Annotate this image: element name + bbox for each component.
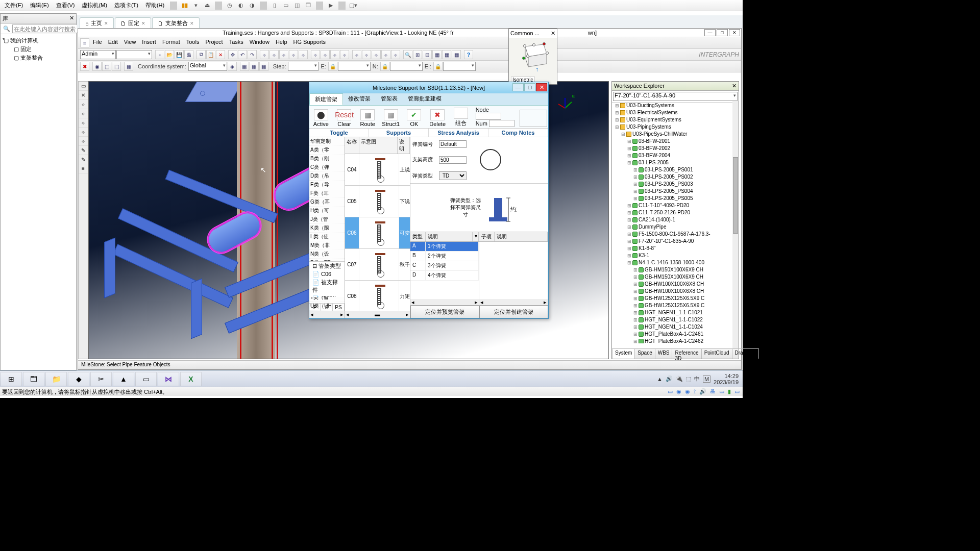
coord-dropdown[interactable]: Global [188,62,227,71]
ws-selection-dropdown[interactable]: F7-20"-10"-C1-635-A-90 [613,92,738,101]
category-item[interactable]: 华南定制 [309,137,345,146]
tool-icon[interactable]: ✖ [80,62,89,71]
vm-menu-vm[interactable]: 虚拟机(M) [78,0,111,11]
dlg-tool-clear[interactable]: ResetClear [333,108,356,128]
scroll-left-icon[interactable]: ◂ [310,311,313,318]
table-row[interactable]: C3个弹簧 [410,261,479,271]
clock-icon[interactable]: ◷ [225,1,234,10]
delete-icon[interactable]: ✕ [216,50,225,59]
tool-icon[interactable]: ⟐ [391,50,400,59]
menu-tasks[interactable]: Tasks [227,38,246,47]
ws-tree-node[interactable]: C11-T-250-2126-PD20 [613,209,731,216]
tool-icon[interactable]: ▦ [259,62,268,71]
close-icon[interactable]: ✕ [190,21,194,26]
ws-tree-node[interactable]: 03-LPS-2005_PS002 [613,173,731,181]
tool-icon[interactable]: ▦ [124,62,133,71]
lock-icon[interactable]: 🔒 [433,62,443,71]
net-icon[interactable]: ⬚ [686,375,691,382]
node-input[interactable] [476,113,501,120]
menu-edit[interactable]: Edit [106,38,120,47]
clock-date[interactable]: 2023/9/19 [714,379,739,385]
close-icon[interactable]: ✕ [729,29,740,36]
layout2-icon[interactable]: ▭ [281,1,290,10]
tool-icon[interactable]: ▦ [240,62,249,71]
layout4-icon[interactable]: ❐ [304,1,313,10]
detail-tree-item[interactable]: 📄 管架生材 [309,294,345,297]
category-item[interactable]: E类（导 [309,181,345,189]
tool-icon[interactable]: ⟐ [79,100,88,109]
dlg-tool-组合[interactable]: 组合 [449,107,473,128]
close-icon[interactable]: ✕ [141,21,145,26]
dlg-tool-active[interactable]: ⬤Active [309,108,333,128]
menu-window[interactable]: Window [247,38,272,47]
dlg-tool-struct1[interactable]: ▦Struct1 [379,108,403,128]
ws-tree-node[interactable]: K3-1 [613,252,731,259]
ws-tree-node[interactable]: 03-LPS-2005_PS005 [613,195,731,202]
tool-icon[interactable]: ⟐ [79,128,88,137]
ws-tree-node[interactable]: U03-ElectricalSystems [613,109,731,116]
category-item[interactable]: N类（设 [309,250,345,259]
ws-tree-node[interactable]: HGT_NGEN1_1-1-C1021 [613,309,731,316]
tool-icon[interactable]: ⟐ [381,50,390,59]
snip-icon[interactable]: ✂ [90,372,112,386]
scroll-left-icon[interactable]: ◂ [346,311,349,318]
ws-tree-node[interactable]: F7-20"-10"-C1-635-A-90 [613,238,731,245]
menu-hgsup[interactable]: HG Supports [291,38,329,47]
vm-menu-file[interactable]: 文件(F) [1,0,27,11]
ws-tree-node[interactable]: F5-1500-800-C1-9587-A-176.3- [613,231,731,238]
ws-tree-node[interactable]: CA214-(1400)-1 [613,216,731,223]
dlg-tool-ok[interactable]: ✔OK [403,108,426,128]
tool-icon[interactable]: ⟐ [79,137,88,146]
ws-tree-node[interactable]: HGT_PlateBoxA-1-C2462 [613,338,731,343]
ps-button[interactable]: PS [333,304,345,311]
scroll-right-icon[interactable]: ▸ [340,311,344,318]
menu-insert[interactable]: Insert [139,38,159,47]
detail-tree-item[interactable]: 📄 C06 [309,270,345,278]
unity-icon[interactable]: ▢▾ [349,1,358,10]
tool-icon[interactable]: ⟐ [260,50,269,59]
ws-tree-node[interactable]: GB-HW100X100X6X8 CH [613,288,731,295]
zoom-icon[interactable]: 🔍 [403,50,412,59]
tool-icon[interactable]: ⟐ [299,50,308,59]
snapshot-icon[interactable]: ◐ [236,1,246,10]
tab-table[interactable]: 管架表 [376,93,403,105]
tool-icon[interactable]: ⟐ [362,50,371,59]
minimize-icon[interactable]: — [704,29,716,36]
tool-icon[interactable]: ⟐ [340,50,349,59]
ws-tree[interactable]: U03-DuctingSystemsU03-ElectricalSystemsU… [612,101,732,343]
tool-icon[interactable]: ⟐ [311,50,320,59]
height-input[interactable] [439,156,467,164]
ws-tree-node[interactable]: N4-1-C-1416-1358-1000-400 [613,259,731,266]
scheme-row[interactable]: C08力矩 [345,281,410,311]
tab-modify[interactable]: 修改管架 [343,93,376,105]
menu-tools[interactable]: Tools [184,38,202,47]
vm-menu-help[interactable]: 帮助(H) [142,0,168,11]
pause-icon[interactable]: ▮▮ [180,1,189,10]
excel-icon[interactable]: X [180,372,202,386]
navcube-panel[interactable]: Common ...✕ ↑ Isometric [508,29,557,85]
tool-icon[interactable]: ⟐ [372,50,381,59]
ws-tab-drawings[interactable]: Drawings [732,348,760,359]
ws-tab-space[interactable]: Space [634,348,655,359]
scheme-row[interactable]: C05下说 [345,186,410,217]
subtab-supports[interactable]: Supports [369,129,429,137]
dropdown-icon[interactable]: ▾ [191,1,201,10]
menu-file[interactable]: File [90,38,105,47]
category-item[interactable]: L类（使 [309,233,345,241]
category-item[interactable]: D类（吊 [309,172,345,181]
p-button[interactable]: P [309,304,321,311]
tool-icon[interactable]: ⊟ [423,50,432,59]
library-search-input[interactable] [12,24,86,33]
tool-icon[interactable]: ≡ [79,164,88,173]
scheme-row[interactable]: C06可变 [345,217,410,249]
category-item[interactable]: A类（零 [309,146,345,155]
scheme-row[interactable]: C04上说 [345,154,410,186]
detail-tree-item[interactable]: ⊟ 管架类型 [309,262,345,270]
table-row[interactable]: B2个弹簧 [410,252,479,261]
step-dropdown[interactable] [288,62,318,71]
ws-tree-node[interactable]: GB-HW100X100X6X8 CH [613,281,731,288]
filter-dropdown[interactable] [116,50,152,59]
ws-tree-node[interactable]: U03-PipeSys-ChillWater [613,131,731,138]
tab-fixed[interactable]: 🗋固定✕ [115,17,151,29]
volume-icon[interactable]: 🔊 [666,375,673,382]
